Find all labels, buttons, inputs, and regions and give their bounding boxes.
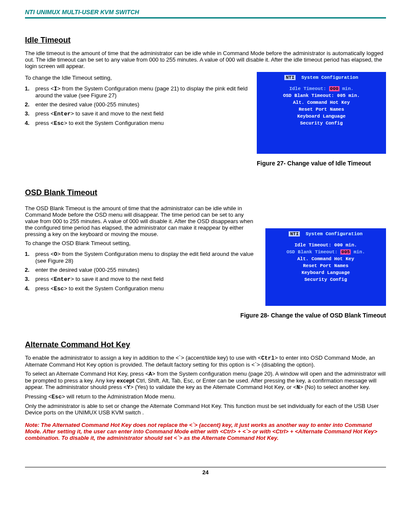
idle-step-1: press <I> from the System Configuration …: [31, 85, 249, 99]
idle-steps: press <I> from the System Configuration …: [31, 85, 249, 127]
osd-step-2: enter the desired value (000-255 minutes…: [31, 267, 258, 273]
alt-p3: Pressing <Esc> will return to the Admini…: [25, 393, 386, 400]
idle-step-4: press <Esc> to exit the System Configura…: [31, 120, 249, 127]
alt-note: Note: The Alternated Command Hot Key doe…: [25, 422, 386, 441]
alt-p2: To select an Alternate Command Hot Key, …: [25, 370, 386, 391]
osd-step-3: press <Enter> to save it and move to the…: [31, 276, 258, 283]
figure-28-caption: Figure 28- Change the value of OSD Blank…: [25, 312, 386, 319]
section-alt-hotkey: Alternate Command Hot Key: [25, 340, 386, 349]
osd-step-4: press <Esc> to exit the System Configura…: [31, 285, 258, 292]
page-footer: 24: [25, 467, 386, 476]
idle-paragraph: The idle timeout is the amount of time t…: [25, 50, 386, 69]
figure-28-osd: NTI System Configuration Idle Timeout: 0…: [265, 228, 386, 306]
figure-27-caption: Figure 27- Change value of Idle Timeout: [257, 160, 386, 167]
idle-lead: To change the Idle Timeout setting,: [25, 75, 249, 81]
idle-step-2: enter the desired value (000-255 minutes…: [31, 101, 249, 108]
osd-step-1: press <O> from the System Configuration …: [31, 251, 258, 264]
idle-step-3: press <Enter> to save it and move to the…: [31, 110, 249, 117]
section-idle-timeout: Idle Timeout: [25, 36, 386, 45]
osd-paragraph: The OSD Blank Timeout is the amount of t…: [25, 205, 258, 237]
alt-p4: Only the administrator is able to set or…: [25, 403, 386, 416]
osd-lead: To change the OSD Blank Timeout setting,: [25, 240, 258, 246]
section-osd-blank: OSD Blank Timeout: [25, 188, 386, 197]
osd-steps: press <O> from the System Configuration …: [31, 251, 258, 292]
figure-27-osd: NTI System Configuration Idle Timeout: 0…: [257, 72, 386, 154]
doc-header: NTI UNIMUX MULTI-USER KVM SWITCH: [25, 9, 386, 17]
header-rule: [25, 17, 386, 19]
alt-p1: To enable the administrator to assign a …: [25, 355, 386, 368]
page-number: 24: [202, 469, 209, 476]
